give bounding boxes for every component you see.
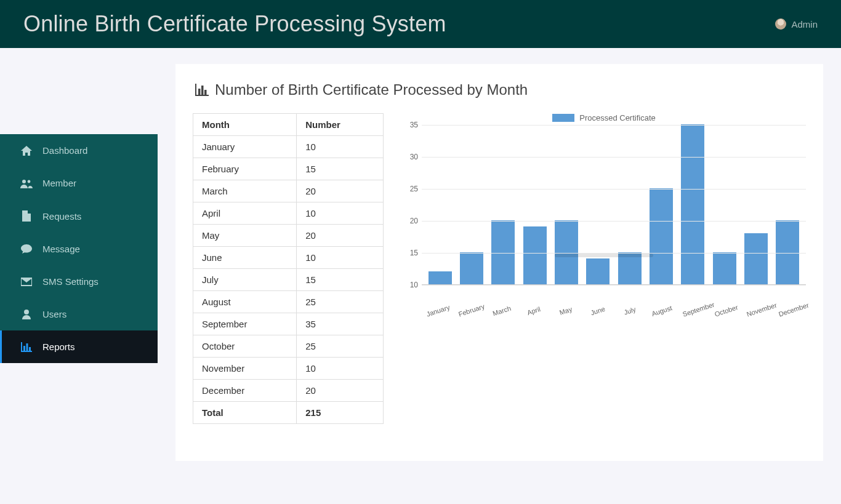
- cell-number: 20: [297, 180, 384, 202]
- cell-month: July: [193, 269, 297, 291]
- chart-bar[interactable]: [744, 233, 768, 284]
- svg-point-1: [28, 180, 31, 183]
- cell-month: June: [193, 247, 297, 269]
- chart-bar[interactable]: [460, 252, 483, 284]
- x-tick-label: February: [457, 303, 482, 318]
- table-row: May20: [193, 225, 384, 247]
- cell-number: 10: [297, 136, 384, 158]
- svg-rect-7: [201, 86, 204, 95]
- cell-number: 10: [297, 202, 384, 225]
- cell-number: 10: [297, 247, 384, 269]
- x-tick-label: May: [553, 303, 578, 318]
- user-menu[interactable]: Admin: [775, 18, 818, 30]
- sidebar-item-label: Message: [42, 244, 80, 254]
- x-tick-label: April: [521, 303, 546, 318]
- chart-bar[interactable]: [429, 271, 452, 284]
- svg-point-0: [22, 180, 26, 183]
- x-tick-label: August: [650, 303, 674, 318]
- y-tick-label: 10: [410, 281, 418, 289]
- cell-month: December: [193, 380, 297, 402]
- cell-month: September: [193, 313, 297, 335]
- x-tick-label: October: [714, 303, 738, 318]
- users-icon: [20, 178, 33, 188]
- cell-month: March: [193, 180, 297, 202]
- chart-bar[interactable]: [776, 220, 799, 284]
- table-row: September35: [193, 313, 384, 335]
- svg-rect-8: [204, 90, 207, 95]
- table-row: February15: [193, 158, 384, 180]
- table-row: January10: [193, 136, 384, 158]
- sidebar-item-users[interactable]: Users: [0, 298, 158, 330]
- bar-chart-icon: [195, 84, 209, 96]
- cell-number: 20: [297, 380, 384, 402]
- cell-number: 15: [297, 269, 384, 291]
- table-row: December20: [193, 380, 384, 402]
- table-header-month: Month: [193, 114, 297, 136]
- chart-plot: 101520253035: [402, 125, 806, 305]
- chart-bar[interactable]: [586, 258, 610, 284]
- comment-icon: [20, 244, 33, 254]
- table-header-number: Number: [297, 114, 384, 136]
- sidebar-item-sms-settings[interactable]: SMS Settings: [0, 265, 158, 298]
- grid-line: [422, 285, 806, 286]
- sidebar-item-label: Users: [42, 309, 66, 319]
- cell-month: January: [193, 136, 297, 158]
- chart-bar[interactable]: [555, 220, 578, 284]
- y-tick-label: 30: [410, 153, 418, 161]
- sidebar-item-label: Reports: [42, 342, 75, 352]
- y-tick-label: 25: [410, 185, 418, 193]
- cell-number: 25: [297, 335, 384, 358]
- chart-bar[interactable]: [491, 220, 515, 284]
- home-icon: [20, 146, 33, 156]
- header: Online Birth Certificate Processing Syst…: [0, 0, 841, 48]
- cell-total-value: 215: [297, 402, 384, 424]
- y-tick-label: 20: [410, 217, 418, 225]
- cell-month: May: [193, 225, 297, 247]
- table-row: August25: [193, 291, 384, 313]
- x-tick-label: March: [489, 303, 514, 318]
- sidebar-item-message[interactable]: Message: [0, 233, 158, 265]
- chart-bar[interactable]: [681, 124, 704, 284]
- panel-title-text: Number of Birth Certificate Processed by…: [215, 81, 528, 98]
- sidebar-item-dashboard[interactable]: Dashboard: [0, 134, 158, 167]
- sidebar-item-reports[interactable]: Reports: [0, 330, 158, 363]
- chart-grid: [422, 125, 806, 285]
- x-tick-label: June: [585, 303, 610, 318]
- user-icon: [20, 310, 33, 319]
- sidebar-item-requests[interactable]: Requests: [0, 199, 158, 233]
- table-row: June10: [193, 247, 384, 269]
- legend-label: Processed Certificate: [579, 113, 656, 122]
- chart-legend: Processed Certificate: [402, 113, 806, 122]
- svg-point-2: [24, 310, 29, 314]
- cell-number: 15: [297, 158, 384, 180]
- chart: Processed Certificate 101520253035 Janua…: [402, 113, 806, 314]
- x-tick-label: July: [618, 303, 642, 318]
- cell-number: 35: [297, 313, 384, 335]
- svg-rect-3: [23, 346, 25, 351]
- sidebar-item-label: Requests: [42, 211, 81, 222]
- envelope-icon: [20, 278, 33, 286]
- y-tick-label: 15: [410, 249, 418, 257]
- table-row: March20: [193, 180, 384, 202]
- chart-bar[interactable]: [650, 188, 673, 284]
- cell-month: April: [193, 202, 297, 225]
- x-tick-label: January: [425, 303, 450, 318]
- month-table: Month Number January10February15March20A…: [193, 113, 384, 424]
- cell-number: 10: [297, 358, 384, 380]
- scrollbar[interactable]: [555, 254, 653, 257]
- app-title: Online Birth Certificate Processing Syst…: [23, 11, 446, 37]
- table-total-row: Total215: [193, 402, 384, 424]
- y-axis: 101520253035: [402, 125, 422, 285]
- table-row: October25: [193, 335, 384, 358]
- grid-line: [422, 125, 806, 126]
- table-row: April10: [193, 202, 384, 225]
- y-tick-label: 35: [410, 121, 418, 129]
- sidebar-item-member[interactable]: Member: [0, 167, 158, 199]
- cell-number: 25: [297, 291, 384, 313]
- user-label: Admin: [791, 19, 818, 30]
- chart-bar[interactable]: [713, 252, 736, 284]
- svg-rect-6: [198, 89, 201, 95]
- chart-bar[interactable]: [523, 226, 547, 284]
- x-tick-label: December: [778, 303, 802, 318]
- sidebar-item-label: SMS Settings: [42, 276, 99, 287]
